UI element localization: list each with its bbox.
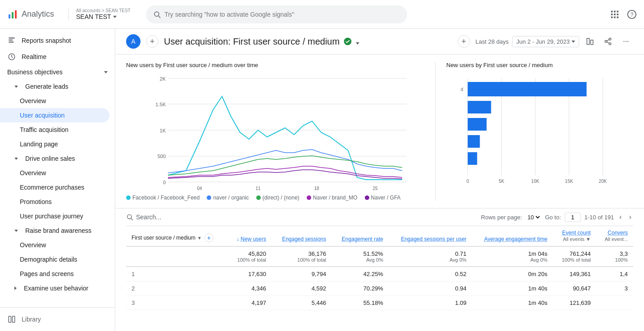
user-purchase-journey-label: User purchase journey: [20, 213, 83, 220]
table-search-placeholder: Search...: [136, 213, 161, 221]
page-title-dropdown-icon[interactable]: [356, 36, 359, 47]
apps-icon[interactable]: [610, 9, 620, 19]
row-1-new-users: 17,630: [227, 267, 272, 281]
sidebar-item-examine-user-behavior[interactable]: Examine user behavior: [0, 281, 109, 295]
col-header-engaged-sessions[interactable]: Engaged sessions: [272, 226, 331, 246]
sidebar-item-realtime[interactable]: Realtime: [0, 49, 109, 65]
library-label: Library: [22, 316, 41, 323]
sidebar-item-pages-and-screens[interactable]: Pages and screens: [0, 267, 109, 281]
sidebar-item-user-acquisition[interactable]: User acquisition: [0, 108, 109, 122]
account-name[interactable]: SEAN TEST: [76, 13, 141, 20]
col-header-engaged-sessions-per-user[interactable]: Engaged sessions per user: [389, 226, 472, 246]
examine-user-behavior-label: Examine user behavior: [24, 285, 88, 292]
dimension-selector[interactable]: First user source / medium ▼: [132, 235, 202, 241]
svg-rect-24: [591, 40, 593, 45]
date-range-selector[interactable]: Jun 2 - Jun 29, 2023: [512, 36, 579, 47]
svg-text:15K: 15K: [565, 179, 573, 184]
col-header-source[interactable]: First user source / medium ▼ +: [126, 226, 227, 246]
all-events-selector[interactable]: All events ▼: [563, 236, 591, 242]
sidebar-item-drive-online-sales[interactable]: Drive online sales: [0, 151, 109, 166]
engaged-sessions-col-label: Engaged sessions: [282, 236, 326, 242]
legend-direct-none-label: (direct) / (none): [263, 195, 299, 201]
bar-3: [468, 118, 487, 131]
row-3-conversions: [596, 296, 633, 310]
sidebar-item-landing-page[interactable]: Landing page: [0, 137, 109, 151]
goto-input[interactable]: [565, 213, 581, 222]
row-3-rank: 3: [126, 296, 227, 310]
row-2-event-count: 90,647: [553, 281, 596, 296]
sidebar-nav: Reports snapshot Realtime Business objec…: [0, 29, 115, 307]
legend-naver-organic-label: naver / organic: [213, 195, 249, 201]
row-2-avg-engagement-time: 1m 40s: [472, 281, 553, 296]
data-table: First user source / medium ▼ + ↓ New use…: [126, 226, 633, 310]
chart-type-button[interactable]: [583, 34, 597, 49]
legend-naver-brand-label: Naver / brand_MO: [313, 195, 358, 201]
sidebar-realtime-label: Realtime: [22, 53, 46, 60]
sidebar-item-reports-snapshot[interactable]: Reports snapshot: [0, 32, 109, 49]
row-3-event-count: 121,639: [553, 296, 596, 310]
account-selector[interactable]: All accounts > SEAN TEST SEAN TEST: [68, 8, 141, 20]
line-chart-title: New users by First user source / medium …: [126, 62, 435, 68]
svg-text:0: 0: [467, 179, 469, 184]
global-search[interactable]: [146, 5, 407, 23]
sidebar-item-overview[interactable]: Overview: [0, 94, 109, 108]
sidebar-item-generate-leads[interactable]: Generate leads: [0, 79, 109, 94]
sidebar-section-business-objectives[interactable]: Business objectives: [0, 65, 115, 79]
share-button[interactable]: [601, 34, 615, 49]
bar-2: [468, 101, 491, 113]
sidebar-item-traffic-acquisition[interactable]: Traffic acquisition: [0, 122, 109, 137]
col-header-event-count[interactable]: Event count All events ▼: [553, 226, 596, 246]
add-comparison-button[interactable]: +: [146, 35, 159, 48]
pagination-prev-button[interactable]: ‹: [617, 212, 623, 222]
row-3-engaged-sessions: 5,446: [272, 296, 331, 310]
totals-event-count: 761,244 100% of total: [553, 246, 596, 267]
bar-4: [468, 135, 480, 148]
sidebar-item-raise-brand-awareness[interactable]: Raise brand awareness: [0, 223, 109, 238]
svg-rect-6: [614, 10, 616, 12]
demographic-details-label: Demographic details: [20, 256, 77, 263]
svg-point-30: [623, 41, 624, 42]
svg-text:5K: 5K: [499, 179, 504, 184]
svg-rect-8: [611, 14, 613, 15]
col-header-new-users[interactable]: ↓ New users: [227, 226, 272, 246]
legend-naver-organic-dot: [207, 195, 211, 200]
pagination-text: 1-10 of 191: [585, 214, 614, 221]
row-1-avg-engagement-time: 0m 20s: [472, 267, 553, 281]
col-header-avg-engagement-time[interactable]: Average engagement time: [472, 226, 553, 246]
sidebar-item-overview2[interactable]: Overview: [0, 166, 109, 180]
table-pagination: Rows per page: 10 25 50 Go to: 1-10 of 1…: [481, 212, 633, 222]
sidebar-item-library[interactable]: Library: [0, 311, 109, 327]
svg-rect-12: [614, 16, 616, 18]
sidebar-reports-snapshot-label: Reports snapshot: [22, 37, 71, 44]
library-icon: [7, 315, 16, 324]
table-search[interactable]: Search...: [126, 213, 477, 221]
bar-chart-title: New users by First user source / medium: [446, 62, 633, 68]
svg-rect-9: [614, 14, 616, 15]
legend-naver-brand-dot: [307, 195, 311, 200]
help-icon[interactable]: ?: [627, 9, 637, 19]
sidebar-item-promotions[interactable]: Promotions: [0, 195, 109, 209]
sidebar-item-ecommerce-purchases[interactable]: Ecommerce purchases: [0, 180, 109, 195]
all-events-conv-selector[interactable]: All event...: [605, 236, 628, 242]
more-options-button[interactable]: [619, 34, 633, 49]
sidebar-item-user-purchase-journey[interactable]: User purchase journey: [0, 209, 109, 223]
col-header-engagement-rate[interactable]: Engagement rate: [331, 226, 389, 246]
pagination-next-button[interactable]: ›: [627, 212, 633, 222]
sidebar-item-overview3[interactable]: Overview: [0, 238, 109, 252]
add-dimension-button[interactable]: +: [204, 233, 213, 242]
legend-naver-gfa-label: Naver / GFA: [371, 195, 401, 201]
rows-per-page-select[interactable]: 10 25 50: [526, 213, 541, 221]
add-annotation-button[interactable]: +: [458, 35, 470, 48]
row-1-event-count: 149,361: [553, 267, 596, 281]
col-header-conversions[interactable]: Convers All event...: [596, 226, 633, 246]
svg-text:11: 11: [255, 186, 261, 191]
table-row: 2 4,346 4,592 70.29% 0.94 1m 40s 90,647 …: [126, 281, 633, 296]
dimension-label: First user source / medium: [132, 235, 195, 241]
main-layout: Reports snapshot Realtime Business objec…: [0, 29, 644, 331]
search-input[interactable]: [164, 11, 400, 18]
svg-text:d: d: [461, 87, 463, 92]
overview-label: Overview: [20, 97, 46, 104]
search-icon: [153, 10, 161, 18]
sidebar-item-demographic-details[interactable]: Demographic details: [0, 252, 109, 267]
svg-point-32: [627, 41, 628, 42]
